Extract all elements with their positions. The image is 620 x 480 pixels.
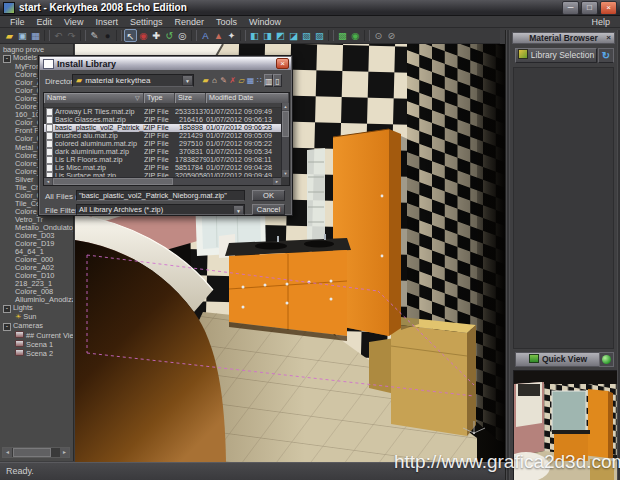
panel-close-icon[interactable]: × — [604, 33, 613, 43]
scroll-right-icon[interactable]: ► — [273, 178, 281, 185]
toolbar-icon[interactable] — [364, 30, 370, 41]
new-folder-icon[interactable]: ▰ — [201, 74, 210, 87]
scroll-left-icon[interactable]: ◄ — [3, 448, 12, 457]
menu-item[interactable]: View — [58, 17, 89, 27]
view-right-icon[interactable]: ◪ — [287, 29, 300, 42]
refresh-library-button[interactable]: ↻ — [598, 48, 614, 63]
quick-view-refresh-button[interactable] — [599, 352, 614, 367]
column-header[interactable]: Name — [44, 93, 144, 103]
edit-line-icon[interactable]: ✎ — [88, 29, 101, 42]
tree-node-lights[interactable]: -Lights — [3, 304, 73, 313]
toolbar-icon[interactable] — [191, 30, 197, 41]
file-filter-select[interactable]: All Library Archives (*.zip)▼ — [76, 204, 245, 215]
file-row[interactable]: Arroway LR Tiles.mat.zip ZIP File 253331… — [44, 108, 281, 116]
file-list-horizontal-scrollbar[interactable]: ◄ ► — [44, 177, 281, 185]
delete-icon[interactable]: ✗ — [228, 74, 237, 87]
view-bottom-icon[interactable]: ▨ — [313, 29, 326, 42]
menu-item-help[interactable]: Help — [585, 17, 616, 27]
redo-icon[interactable]: ↷ — [65, 29, 78, 42]
menu-item[interactable]: Edit — [31, 17, 59, 27]
new-archive-icon[interactable]: ▱ — [237, 74, 246, 87]
column-header[interactable]: Modified Date — [206, 93, 289, 103]
file-row[interactable]: Basic Glasses.mat.zip ZIP File 216416 01… — [44, 116, 281, 124]
tree-node-cameras[interactable]: -Cameras — [3, 322, 73, 331]
rename-icon[interactable]: ✎ — [219, 74, 228, 87]
start-render-icon[interactable]: ◉ — [349, 29, 362, 42]
file-list-vertical-scrollbar[interactable]: ▲ ▼ — [281, 103, 289, 177]
dropdown-arrow-icon[interactable]: ▼ — [233, 205, 244, 215]
scroll-right-icon[interactable]: ► — [60, 448, 69, 457]
tree-item-camera[interactable]: Scena 1 — [15, 340, 73, 349]
close-button[interactable]: × — [600, 1, 617, 15]
collapse-icon[interactable]: - — [3, 55, 11, 63]
menu-item[interactable]: Settings — [124, 17, 169, 27]
view-icons-icon[interactable]: ▦ — [246, 74, 255, 87]
directory-dropdown[interactable]: ▰ material kerkythea ▼ — [72, 74, 194, 87]
tree-horizontal-scrollbar[interactable]: ◄ ► — [2, 447, 70, 458]
library-selection-button[interactable]: Library Selection — [515, 48, 597, 63]
collapse-icon[interactable]: - — [3, 305, 11, 313]
cancel-button[interactable]: Cancel — [252, 204, 285, 215]
zoom-tool-icon[interactable]: ◎ — [176, 29, 189, 42]
scroll-thumb[interactable] — [282, 111, 289, 137]
render-region-icon[interactable]: ◉ — [137, 29, 150, 42]
view-details-icon[interactable]: ▯ — [273, 74, 282, 87]
toolbar-icon[interactable] — [44, 30, 50, 41]
light-tool-icon[interactable]: ✦ — [225, 29, 238, 42]
view-list-icon[interactable]: ▥ — [264, 74, 273, 87]
collapse-icon[interactable]: - — [3, 323, 11, 331]
toolbar-icon[interactable] — [328, 30, 334, 41]
scroll-thumb[interactable] — [53, 178, 173, 185]
orbit-tool-icon[interactable]: ↺ — [163, 29, 176, 42]
scroll-down-icon[interactable]: ▼ — [282, 170, 289, 177]
toolbar-icon[interactable] — [116, 30, 122, 41]
ok-button[interactable]: OK — [252, 190, 285, 201]
menu-item[interactable]: Window — [243, 17, 287, 27]
home-icon[interactable]: ⌂ — [210, 74, 219, 87]
view-front-icon[interactable]: ◧ — [248, 29, 261, 42]
scroll-thumb[interactable] — [13, 448, 51, 457]
edit-circle-icon[interactable]: ● — [101, 29, 114, 42]
file-row[interactable]: Lis LR Floors.mat.zip ZIP File 17838279 … — [44, 156, 281, 164]
pan-tool-icon[interactable]: ✚ — [150, 29, 163, 42]
view-small-icons-icon[interactable]: ∷ — [255, 74, 264, 87]
scroll-up-icon[interactable]: ▲ — [282, 103, 289, 110]
view-back-icon[interactable]: ◨ — [261, 29, 274, 42]
file-row[interactable]: dark aluminium.mat.zip ZIP File 370831 0… — [44, 148, 281, 156]
scroll-left-icon[interactable]: ◄ — [44, 178, 52, 185]
file-row[interactable]: brushed alu.mat.zip ZIP File 221429 01/0… — [44, 132, 281, 140]
material-editor-icon[interactable]: ▩ — [336, 29, 349, 42]
minimize-button[interactable]: ─ — [562, 1, 579, 15]
dialog-close-button[interactable]: × — [276, 58, 289, 69]
toolbar-icon[interactable] — [80, 30, 86, 41]
dialog-titlebar[interactable]: Install Library × — [40, 57, 291, 70]
filename-input[interactable]: "basic_plastic_vol2_Patrick_Nieborg.mat.… — [76, 190, 245, 201]
open-scene-icon[interactable]: ▰ — [3, 29, 16, 42]
select-tool-icon[interactable]: ↖ — [124, 29, 137, 42]
menu-item[interactable]: File — [4, 17, 31, 27]
material-browser-list[interactable] — [513, 67, 614, 349]
view-top-icon[interactable]: ▧ — [300, 29, 313, 42]
menu-item[interactable]: Insert — [89, 17, 124, 27]
maximize-button[interactable]: □ — [581, 1, 598, 15]
undo-icon[interactable]: ↶ — [52, 29, 65, 42]
save-scene-icon[interactable]: ▣ — [16, 29, 29, 42]
tree-item-camera[interactable]: Scena 2 — [15, 349, 73, 358]
insert-image-icon[interactable]: ▦ — [29, 29, 42, 42]
file-row[interactable]: Lis Misc.mat.zip ZIP File 5851784 01/07/… — [44, 164, 281, 172]
info-icon[interactable]: ⊙ — [372, 29, 385, 42]
dropdown-arrow-icon[interactable]: ▼ — [182, 75, 193, 86]
menu-item[interactable]: Tools — [210, 17, 243, 27]
anchor-tool-icon[interactable]: A — [199, 29, 212, 42]
material-browser-header[interactable]: Material Browser — [512, 32, 615, 44]
menu-item[interactable]: Render — [168, 17, 210, 27]
view-left-icon[interactable]: ◩ — [274, 29, 287, 42]
file-row[interactable]: basic_plastic_vol2_Patrick_Niebor... ZIP… — [44, 124, 281, 132]
file-row[interactable]: colored aluminum.mat.zip ZIP File 297510… — [44, 140, 281, 148]
quick-view-button[interactable]: Quick View — [515, 352, 601, 367]
help-icon[interactable]: ⊘ — [385, 29, 398, 42]
column-header[interactable]: Type — [144, 93, 175, 103]
walk-tool-icon[interactable]: ▲ — [212, 29, 225, 42]
tree-item-camera[interactable]: ## Current View # — [15, 331, 73, 340]
toolbar-icon[interactable] — [240, 30, 246, 41]
